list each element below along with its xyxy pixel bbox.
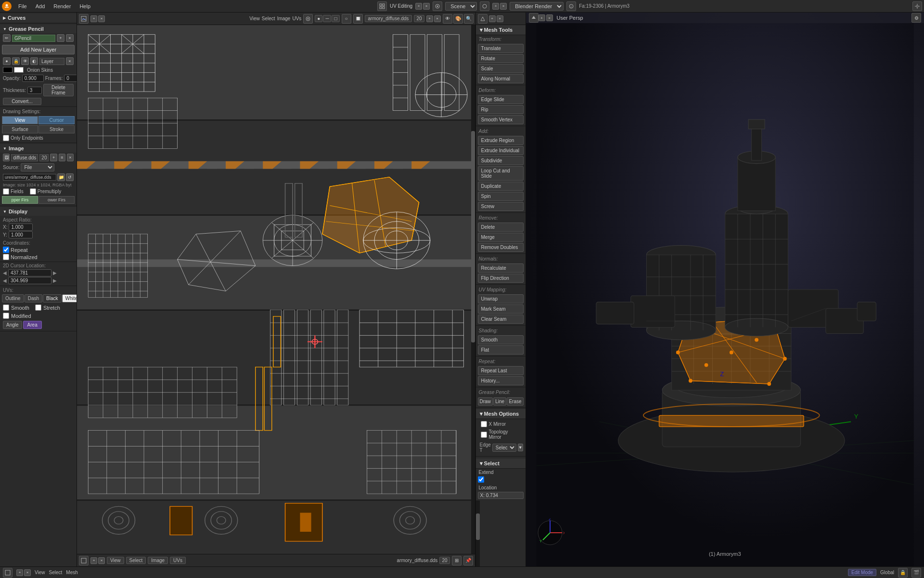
zoom-btn[interactable]: 🔍: [464, 14, 474, 24]
edge-t-arrow[interactable]: ▼: [518, 444, 523, 451]
gpencil-icon[interactable]: ✏: [3, 34, 11, 42]
stroke-btn[interactable]: Stroke: [38, 125, 75, 133]
area-btn[interactable]: Area: [23, 321, 42, 329]
curves-header[interactable]: ▶ Curves: [0, 13, 77, 22]
status-view-btn[interactable]: View: [35, 570, 45, 575]
bottom-uvs-btn[interactable]: UVs: [170, 557, 186, 564]
aspect-x-input[interactable]: [9, 223, 33, 231]
bottom-editor-type-icon[interactable]: [79, 556, 89, 565]
browse-btn[interactable]: 📁: [57, 173, 65, 181]
face-mode-btn[interactable]: □: [332, 15, 339, 22]
extend-checkbox[interactable]: [478, 476, 484, 483]
3d-max-btn[interactable]: +: [539, 14, 545, 21]
unwrap-btn[interactable]: Unwrap: [478, 294, 524, 303]
convert-btn[interactable]: Convert...: [3, 98, 41, 105]
extrude-region-btn[interactable]: Extrude Region: [478, 136, 524, 145]
view-btn[interactable]: View: [2, 116, 38, 124]
scale-btn[interactable]: Scale: [478, 64, 524, 73]
premultiply-checkbox[interactable]: [30, 188, 36, 195]
status-editor-icon[interactable]: [3, 568, 13, 578]
status-lock-icon[interactable]: 🔒: [898, 568, 908, 578]
info-icon[interactable]: i: [566, 1, 576, 11]
right-scrollbar-thumb[interactable]: [476, 513, 480, 540]
maximize2-btn[interactable]: +: [492, 3, 499, 10]
scene-icon[interactable]: [433, 1, 442, 11]
aspect-y-input[interactable]: [9, 231, 33, 238]
proportional-icon[interactable]: ○: [342, 14, 351, 24]
clear-seam-btn[interactable]: Clear Seam: [478, 315, 524, 324]
thickness-input[interactable]: [27, 87, 42, 94]
flip-direction-btn[interactable]: Flip Direction: [478, 274, 524, 283]
source-select[interactable]: File: [21, 163, 54, 171]
gp-erase-btn[interactable]: Erase: [507, 397, 523, 406]
merge-btn[interactable]: Merge: [478, 233, 524, 242]
duplicate-btn[interactable]: Duplicate: [478, 182, 524, 191]
settings-icon[interactable]: [912, 1, 922, 11]
status-close-btn[interactable]: ×: [24, 569, 31, 576]
normalized-checkbox[interactable]: [3, 254, 9, 260]
rp-close-btn[interactable]: ×: [497, 15, 503, 22]
white-tab[interactable]: White: [62, 294, 77, 302]
status-select-btn[interactable]: Select: [49, 570, 63, 575]
filter1-btn[interactable]: pper Firs: [2, 196, 38, 204]
gpencil-name-field[interactable]: GPencil: [12, 35, 55, 42]
grease-pencil-header[interactable]: ▼ Grease Pencil: [0, 25, 77, 33]
extrude-individual-btn[interactable]: Extrude Individual: [478, 146, 524, 155]
layer-onion-icon[interactable]: ◐: [30, 57, 38, 65]
close2-btn[interactable]: ×: [500, 3, 507, 10]
layer-hide-icon[interactable]: 👁: [21, 57, 29, 65]
scene2-icon[interactable]: [480, 1, 489, 11]
uv-max-btn[interactable]: +: [90, 15, 97, 22]
menu-add[interactable]: Add: [32, 2, 49, 10]
frames-input[interactable]: [64, 75, 77, 82]
menu-help[interactable]: Help: [76, 2, 94, 10]
status-mesh-btn[interactable]: Mesh: [66, 570, 77, 575]
close-btn[interactable]: ×: [423, 3, 430, 10]
modified-checkbox[interactable]: [3, 313, 9, 319]
add-new-layer-btn[interactable]: Add New Layer: [2, 45, 75, 54]
status-render-icon[interactable]: 🎬: [911, 568, 921, 578]
image-name-field[interactable]: diffuse.dds: [11, 154, 38, 161]
color-mode-btn[interactable]: 🎨: [453, 14, 463, 24]
uv-editor-type-icon[interactable]: [79, 14, 89, 24]
vertex-mode-btn[interactable]: ●: [315, 15, 322, 22]
scene-selector[interactable]: Scene: [445, 2, 477, 11]
loop-cut-slide-btn[interactable]: Loop Cut and Slide: [478, 166, 524, 181]
delete-btn[interactable]: Delete: [478, 223, 524, 232]
spin-btn[interactable]: Spin: [478, 192, 524, 201]
cursor-btn[interactable]: Cursor: [38, 116, 75, 124]
cursor-y-input[interactable]: [8, 277, 51, 284]
outline-tab[interactable]: Outline: [2, 294, 24, 302]
opacity-input[interactable]: [22, 75, 44, 82]
rp-editor-icon[interactable]: [478, 14, 488, 24]
select-header[interactable]: ▼ Select: [476, 459, 526, 469]
smooth-vertex-btn[interactable]: Smooth Vertex: [478, 115, 524, 124]
uv-close-btn[interactable]: ×: [98, 15, 105, 22]
layer-lock-icon[interactable]: 🔒: [12, 57, 20, 65]
maximize-btn[interactable]: +: [415, 3, 422, 10]
image-icon[interactable]: 🖼: [3, 154, 10, 161]
filter2-btn[interactable]: ower Firs: [38, 196, 75, 204]
mark-seam-btn[interactable]: Mark Seam: [478, 304, 524, 314]
3d-viewport[interactable]: User Persp: [526, 13, 924, 566]
image-settings-btn[interactable]: ≡: [59, 154, 65, 161]
translate-btn[interactable]: Translate: [478, 44, 524, 53]
recalculate-btn[interactable]: Recalculate: [478, 263, 524, 273]
subdivide-btn[interactable]: Subdivide: [478, 156, 524, 165]
bottom-image-btn[interactable]: Image: [148, 557, 168, 564]
dash-tab[interactable]: Dash: [25, 294, 42, 302]
layer-visibility-icon[interactable]: ●: [3, 57, 11, 65]
b-max-btn[interactable]: +: [90, 557, 97, 564]
status-max-btn[interactable]: +: [16, 569, 23, 576]
right-scrollbar[interactable]: [476, 500, 480, 566]
flat-shading-btn[interactable]: Flat: [478, 345, 524, 355]
history-btn[interactable]: History...: [478, 376, 524, 385]
uv-scrollbar[interactable]: [471, 25, 475, 554]
location-x-value[interactable]: X: 0.734: [478, 492, 524, 499]
uv2-max-btn[interactable]: +: [426, 15, 433, 22]
sync-icon[interactable]: [303, 14, 313, 24]
black-tab[interactable]: Black: [43, 294, 61, 302]
menu-file[interactable]: File: [14, 2, 31, 10]
image-add-btn[interactable]: +: [50, 154, 57, 161]
file-path-field[interactable]: ures/armory_diffuse.dds: [3, 174, 56, 181]
